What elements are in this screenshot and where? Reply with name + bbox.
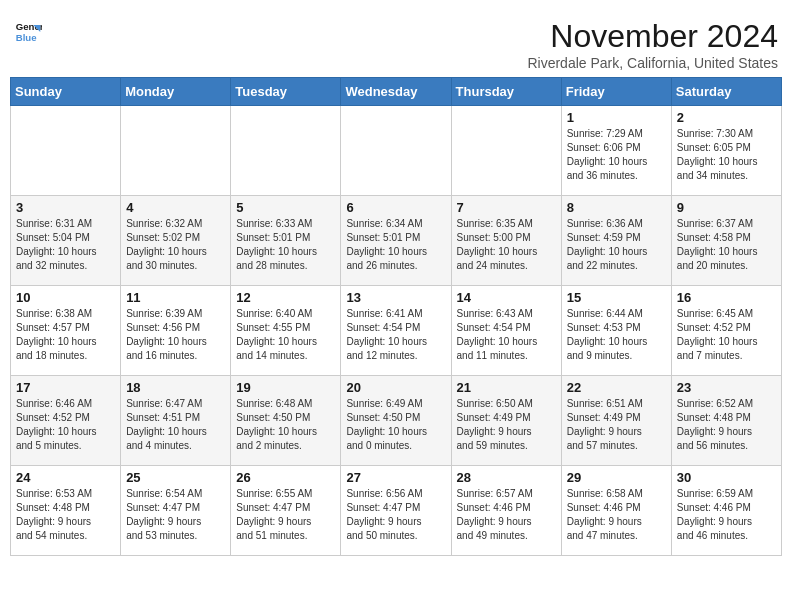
calendar-cell: 13Sunrise: 6:41 AM Sunset: 4:54 PM Dayli… (341, 286, 451, 376)
week-row-3: 10Sunrise: 6:38 AM Sunset: 4:57 PM Dayli… (11, 286, 782, 376)
day-number: 8 (567, 200, 666, 215)
day-number: 6 (346, 200, 445, 215)
day-info: Sunrise: 6:55 AM Sunset: 4:47 PM Dayligh… (236, 487, 335, 543)
logo-icon: General Blue (14, 18, 42, 46)
calendar-cell: 27Sunrise: 6:56 AM Sunset: 4:47 PM Dayli… (341, 466, 451, 556)
calendar-cell: 19Sunrise: 6:48 AM Sunset: 4:50 PM Dayli… (231, 376, 341, 466)
day-info: Sunrise: 6:47 AM Sunset: 4:51 PM Dayligh… (126, 397, 225, 453)
day-info: Sunrise: 6:58 AM Sunset: 4:46 PM Dayligh… (567, 487, 666, 543)
day-info: Sunrise: 6:39 AM Sunset: 4:56 PM Dayligh… (126, 307, 225, 363)
weekday-header-monday: Monday (121, 78, 231, 106)
day-number: 21 (457, 380, 556, 395)
day-number: 20 (346, 380, 445, 395)
day-info: Sunrise: 6:36 AM Sunset: 4:59 PM Dayligh… (567, 217, 666, 273)
calendar-cell (231, 106, 341, 196)
day-info: Sunrise: 6:54 AM Sunset: 4:47 PM Dayligh… (126, 487, 225, 543)
day-info: Sunrise: 6:48 AM Sunset: 4:50 PM Dayligh… (236, 397, 335, 453)
calendar-cell (121, 106, 231, 196)
day-number: 30 (677, 470, 776, 485)
logo: General Blue (14, 18, 42, 46)
day-number: 3 (16, 200, 115, 215)
calendar-cell: 1Sunrise: 7:29 AM Sunset: 6:06 PM Daylig… (561, 106, 671, 196)
calendar-cell: 23Sunrise: 6:52 AM Sunset: 4:48 PM Dayli… (671, 376, 781, 466)
weekday-header-tuesday: Tuesday (231, 78, 341, 106)
day-number: 18 (126, 380, 225, 395)
day-number: 17 (16, 380, 115, 395)
week-row-4: 17Sunrise: 6:46 AM Sunset: 4:52 PM Dayli… (11, 376, 782, 466)
day-info: Sunrise: 6:45 AM Sunset: 4:52 PM Dayligh… (677, 307, 776, 363)
calendar-cell: 7Sunrise: 6:35 AM Sunset: 5:00 PM Daylig… (451, 196, 561, 286)
calendar-cell (341, 106, 451, 196)
calendar-cell (11, 106, 121, 196)
page-header: General Blue November 2024 Riverdale Par… (10, 10, 782, 77)
day-number: 13 (346, 290, 445, 305)
calendar-cell: 4Sunrise: 6:32 AM Sunset: 5:02 PM Daylig… (121, 196, 231, 286)
title-area: November 2024 Riverdale Park, California… (527, 18, 778, 71)
day-info: Sunrise: 6:56 AM Sunset: 4:47 PM Dayligh… (346, 487, 445, 543)
weekday-header-thursday: Thursday (451, 78, 561, 106)
day-info: Sunrise: 6:37 AM Sunset: 4:58 PM Dayligh… (677, 217, 776, 273)
calendar-cell: 16Sunrise: 6:45 AM Sunset: 4:52 PM Dayli… (671, 286, 781, 376)
day-info: Sunrise: 6:31 AM Sunset: 5:04 PM Dayligh… (16, 217, 115, 273)
week-row-2: 3Sunrise: 6:31 AM Sunset: 5:04 PM Daylig… (11, 196, 782, 286)
day-number: 5 (236, 200, 335, 215)
calendar-cell (451, 106, 561, 196)
day-number: 9 (677, 200, 776, 215)
calendar-cell: 11Sunrise: 6:39 AM Sunset: 4:56 PM Dayli… (121, 286, 231, 376)
calendar-cell: 26Sunrise: 6:55 AM Sunset: 4:47 PM Dayli… (231, 466, 341, 556)
calendar-cell: 29Sunrise: 6:58 AM Sunset: 4:46 PM Dayli… (561, 466, 671, 556)
day-number: 14 (457, 290, 556, 305)
calendar-cell: 17Sunrise: 6:46 AM Sunset: 4:52 PM Dayli… (11, 376, 121, 466)
week-row-5: 24Sunrise: 6:53 AM Sunset: 4:48 PM Dayli… (11, 466, 782, 556)
day-number: 19 (236, 380, 335, 395)
day-info: Sunrise: 6:33 AM Sunset: 5:01 PM Dayligh… (236, 217, 335, 273)
calendar-table: SundayMondayTuesdayWednesdayThursdayFrid… (10, 77, 782, 556)
svg-text:Blue: Blue (16, 32, 37, 43)
location-subtitle: Riverdale Park, California, United State… (527, 55, 778, 71)
day-info: Sunrise: 6:35 AM Sunset: 5:00 PM Dayligh… (457, 217, 556, 273)
day-info: Sunrise: 6:49 AM Sunset: 4:50 PM Dayligh… (346, 397, 445, 453)
day-info: Sunrise: 6:57 AM Sunset: 4:46 PM Dayligh… (457, 487, 556, 543)
weekday-header-wednesday: Wednesday (341, 78, 451, 106)
day-number: 27 (346, 470, 445, 485)
calendar-cell: 6Sunrise: 6:34 AM Sunset: 5:01 PM Daylig… (341, 196, 451, 286)
day-number: 23 (677, 380, 776, 395)
weekday-header-friday: Friday (561, 78, 671, 106)
day-number: 12 (236, 290, 335, 305)
day-info: Sunrise: 6:46 AM Sunset: 4:52 PM Dayligh… (16, 397, 115, 453)
day-number: 26 (236, 470, 335, 485)
calendar-cell: 22Sunrise: 6:51 AM Sunset: 4:49 PM Dayli… (561, 376, 671, 466)
calendar-cell: 2Sunrise: 7:30 AM Sunset: 6:05 PM Daylig… (671, 106, 781, 196)
day-number: 15 (567, 290, 666, 305)
day-info: Sunrise: 6:44 AM Sunset: 4:53 PM Dayligh… (567, 307, 666, 363)
day-info: Sunrise: 6:40 AM Sunset: 4:55 PM Dayligh… (236, 307, 335, 363)
day-number: 4 (126, 200, 225, 215)
calendar-cell: 14Sunrise: 6:43 AM Sunset: 4:54 PM Dayli… (451, 286, 561, 376)
day-info: Sunrise: 6:51 AM Sunset: 4:49 PM Dayligh… (567, 397, 666, 453)
day-info: Sunrise: 6:52 AM Sunset: 4:48 PM Dayligh… (677, 397, 776, 453)
calendar-cell: 8Sunrise: 6:36 AM Sunset: 4:59 PM Daylig… (561, 196, 671, 286)
day-info: Sunrise: 6:50 AM Sunset: 4:49 PM Dayligh… (457, 397, 556, 453)
calendar-cell: 30Sunrise: 6:59 AM Sunset: 4:46 PM Dayli… (671, 466, 781, 556)
day-info: Sunrise: 6:41 AM Sunset: 4:54 PM Dayligh… (346, 307, 445, 363)
day-number: 7 (457, 200, 556, 215)
day-info: Sunrise: 6:34 AM Sunset: 5:01 PM Dayligh… (346, 217, 445, 273)
weekday-header-sunday: Sunday (11, 78, 121, 106)
calendar-cell: 21Sunrise: 6:50 AM Sunset: 4:49 PM Dayli… (451, 376, 561, 466)
day-number: 16 (677, 290, 776, 305)
day-info: Sunrise: 6:38 AM Sunset: 4:57 PM Dayligh… (16, 307, 115, 363)
day-info: Sunrise: 7:29 AM Sunset: 6:06 PM Dayligh… (567, 127, 666, 183)
day-number: 2 (677, 110, 776, 125)
month-title: November 2024 (527, 18, 778, 55)
day-number: 22 (567, 380, 666, 395)
calendar-cell: 18Sunrise: 6:47 AM Sunset: 4:51 PM Dayli… (121, 376, 231, 466)
calendar-cell: 5Sunrise: 6:33 AM Sunset: 5:01 PM Daylig… (231, 196, 341, 286)
day-number: 28 (457, 470, 556, 485)
day-number: 11 (126, 290, 225, 305)
day-number: 29 (567, 470, 666, 485)
day-info: Sunrise: 6:59 AM Sunset: 4:46 PM Dayligh… (677, 487, 776, 543)
calendar-cell: 20Sunrise: 6:49 AM Sunset: 4:50 PM Dayli… (341, 376, 451, 466)
day-number: 10 (16, 290, 115, 305)
weekday-header-saturday: Saturday (671, 78, 781, 106)
day-number: 24 (16, 470, 115, 485)
